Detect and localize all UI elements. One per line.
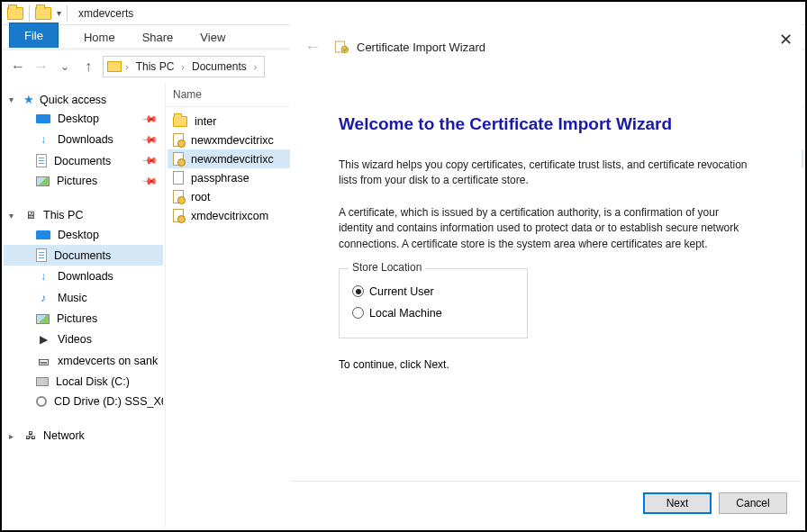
sidebar-item-pictures[interactable]: Pictures (4, 309, 163, 329)
chevron-down-icon[interactable]: ▾ (9, 211, 14, 221)
sidebar-item-documents[interactable]: Documents📌 (4, 150, 163, 171)
sidebar-item-pictures[interactable]: Pictures📌 (4, 171, 163, 191)
file-name: root (191, 191, 211, 203)
sidebar-item-network[interactable]: ▸ 🖧 Network (4, 426, 163, 446)
separator (29, 5, 30, 22)
svg-point-1 (341, 46, 349, 53)
desktop-icon (36, 114, 50, 123)
sidebar-group-network: ▸ 🖧 Network (4, 426, 163, 446)
sidebar-label: Pictures (57, 312, 97, 325)
sidebar-item-downloads[interactable]: ↓Downloads📌 (4, 129, 163, 150)
sidebar-item-videos[interactable]: ▶Videos (4, 329, 163, 350)
radio-button-icon (352, 285, 364, 297)
sidebar-label: Documents (54, 249, 111, 262)
close-button[interactable]: ✕ (779, 30, 793, 50)
radio-local-machine[interactable]: Local Machine (352, 307, 514, 320)
folder-icon[interactable] (35, 7, 51, 20)
file-name: inter (195, 115, 216, 128)
wizard-header: ← Certificate Import Wizard ✕ (290, 24, 802, 69)
quick-access-toolbar: ▾ (2, 5, 73, 22)
address-bar[interactable]: › This PC › Documents › (103, 56, 265, 77)
text-file-icon (173, 171, 184, 185)
up-button[interactable]: ↑ (79, 58, 97, 76)
separator (290, 481, 802, 482)
next-button[interactable]: Next (643, 492, 712, 514)
document-icon (36, 154, 47, 167)
breadcrumb-item[interactable]: This PC (132, 60, 178, 73)
sidebar-label: Pictures (57, 175, 97, 187)
sidebar-label: Local Disk (C:) (56, 375, 130, 388)
pin-icon: 📌 (141, 110, 158, 127)
chevron-down-icon[interactable]: ▾ (9, 95, 14, 104)
tab-share[interactable]: Share (141, 27, 176, 48)
sidebar-label: xmdevcerts on sank (58, 355, 158, 367)
forward-button[interactable]: → (32, 58, 50, 76)
sidebar-label: Desktop (58, 113, 99, 125)
sidebar-label: This PC (43, 209, 83, 221)
folder-icon (7, 7, 23, 20)
download-icon: ↓ (36, 269, 50, 284)
sidebar-item-quick-access[interactable]: ▾ ★ Quick access (4, 90, 163, 109)
window-title: xmdevcerts (78, 7, 133, 20)
file-name: xmdevcitrixcom (191, 210, 268, 222)
sidebar-item-documents[interactable]: Documents (4, 245, 163, 266)
pictures-icon (36, 176, 50, 186)
pin-icon: 📌 (141, 131, 158, 148)
sidebar-item-network-drive[interactable]: 🖴xmdevcerts on sank (4, 350, 163, 372)
chevron-down-icon[interactable]: ▾ (57, 8, 61, 18)
sidebar-group-quick-access: ▾ ★ Quick access Desktop📌 ↓Downloads📌 Do… (4, 90, 163, 191)
certificate-icon (173, 152, 184, 166)
file-name: newxmdevcitrixc (191, 134, 274, 147)
desktop-icon (36, 230, 50, 239)
title-bar: ▾ xmdevcerts (2, 2, 805, 25)
wizard-continue-text: To continue, click Next. (339, 358, 753, 371)
certificate-wizard-icon (333, 39, 349, 55)
sidebar-item-desktop[interactable]: Desktop (4, 225, 163, 245)
sidebar-item-this-pc[interactable]: ▾ 🖥 This PC (4, 205, 163, 225)
document-icon (36, 248, 47, 262)
sidebar-item-desktop[interactable]: Desktop📌 (4, 109, 163, 129)
sidebar-label: Downloads (58, 133, 113, 146)
cancel-button[interactable]: Cancel (719, 492, 787, 514)
drive-icon: 🖴 (36, 354, 50, 368)
wizard-paragraph: A certificate, which is issued by a cert… (339, 205, 753, 252)
back-button[interactable]: ← (9, 58, 27, 76)
pin-icon: 📌 (141, 152, 158, 169)
radio-current-user[interactable]: Current User (352, 285, 514, 298)
back-button[interactable]: ← (304, 38, 321, 57)
breadcrumb-item[interactable]: Documents (188, 60, 250, 73)
pictures-icon (36, 314, 50, 324)
separator (67, 5, 68, 22)
radio-label: Current User (369, 285, 434, 298)
chevron-right-icon[interactable]: › (181, 61, 185, 72)
pin-icon: 📌 (141, 172, 158, 189)
sidebar-item-local-disk[interactable]: Local Disk (C:) (4, 372, 163, 392)
wizard-button-row: Next Cancel (643, 492, 787, 514)
music-icon: ♪ (36, 291, 50, 305)
sidebar-label: CD Drive (D:) SSS_X6 (54, 395, 163, 408)
radio-button-icon (352, 307, 364, 319)
wizard-title: Certificate Import Wizard (357, 41, 485, 54)
sidebar-label: Quick access (40, 94, 106, 106)
tab-view[interactable]: View (198, 27, 227, 48)
file-name: passphrase (191, 172, 249, 185)
sidebar-label: Music (58, 292, 87, 304)
certificate-icon (173, 209, 184, 222)
sidebar-item-music[interactable]: ♪Music (4, 287, 163, 309)
folder-icon (107, 61, 122, 72)
sidebar-label: Downloads (58, 270, 113, 283)
certificate-icon (173, 133, 184, 147)
tab-home[interactable]: Home (82, 27, 117, 48)
videos-icon: ▶ (36, 332, 50, 347)
chevron-right-icon[interactable]: ▸ (9, 431, 14, 441)
sidebar-item-downloads[interactable]: ↓Downloads (4, 266, 163, 287)
certificate-import-wizard: ← Certificate Import Wizard ✕ Welcome to… (290, 24, 802, 527)
recent-locations-button[interactable]: ⌄ (56, 58, 74, 76)
chevron-right-icon[interactable]: › (125, 61, 129, 72)
radio-label: Local Machine (369, 307, 442, 320)
file-tab[interactable]: File (9, 23, 59, 48)
wizard-paragraph: This wizard helps you copy certificates,… (339, 158, 753, 189)
sidebar-label: Network (43, 429, 85, 442)
sidebar-item-cd-drive[interactable]: CD Drive (D:) SSS_X6 (4, 392, 163, 411)
chevron-right-icon[interactable]: › (254, 61, 258, 72)
